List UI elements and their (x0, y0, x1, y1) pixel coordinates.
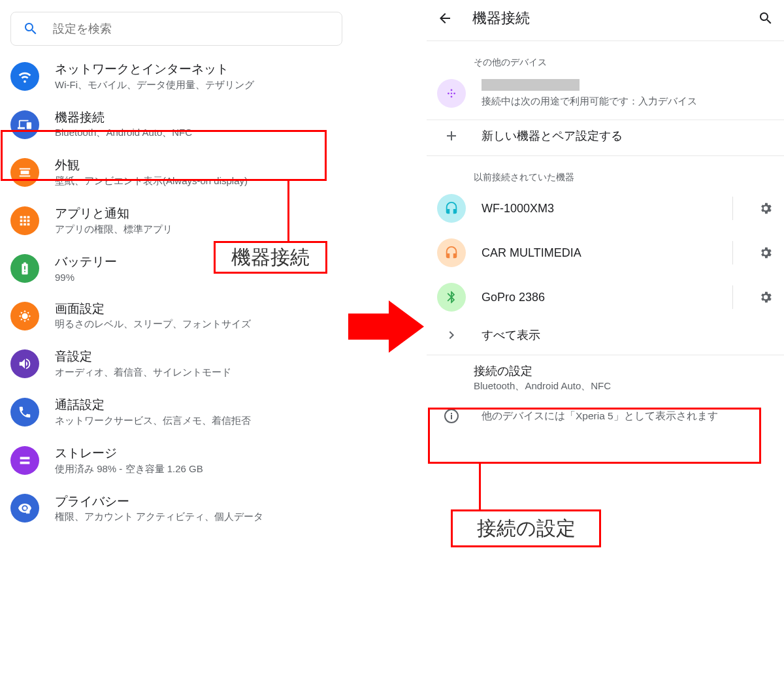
row-title: 音設定 (55, 349, 231, 365)
callout-line-2 (479, 464, 481, 513)
row-title: アプリと通知 (55, 206, 172, 222)
row-title: プライバシー (55, 494, 263, 510)
row-show-all[interactable]: すべて表示 (427, 319, 784, 351)
section-prev-devices: 以前接続されていた機器 (474, 172, 784, 184)
volume-icon (10, 349, 39, 378)
row-subtitle: ネットワークサービス、伝言メモ、着信拒否 (55, 415, 251, 427)
section-other-devices: その他のデバイス (474, 57, 784, 69)
callout-label-2: 接続の設定 (451, 509, 601, 547)
row-subtitle: 99% (55, 272, 117, 283)
conn-pref-subtitle: Bluetooth、Android Auto、NFC (474, 380, 774, 393)
storage-icon (10, 446, 39, 475)
bluetooth-icon (437, 283, 466, 312)
device-name-redacted (482, 79, 774, 94)
pair-new-label: 新しい機器とペア設定する (482, 128, 774, 144)
row-subtitle: 権限、アカウント アクティビティ、個人データ (55, 511, 263, 523)
apps-icon (10, 206, 39, 235)
search-placeholder: 設定を検索 (53, 21, 112, 37)
callout-label-1: 機器接続 (214, 241, 327, 274)
row-title: バッテリー (55, 254, 117, 270)
device-name: GoPro 2386 (482, 291, 714, 304)
plus-icon (437, 128, 466, 144)
separator (732, 285, 733, 309)
phone-icon (10, 398, 39, 427)
row-subtitle: アプリの権限、標準アプリ (55, 223, 172, 236)
arrow-right-icon (348, 300, 427, 353)
gamepad-icon (437, 79, 466, 108)
device-name: WF-1000XM3 (482, 202, 714, 216)
row-pair-new-device[interactable]: 新しい機器とペア設定する (427, 120, 784, 152)
show-all-label: すべて表示 (482, 327, 774, 343)
row-storage[interactable]: ストレージ 使用済み 98% - 空き容量 1.26 GB (0, 436, 353, 485)
svg-point-1 (451, 93, 452, 94)
row-title: 通話設定 (55, 397, 251, 413)
headset-icon (437, 238, 466, 267)
headset-icon (437, 194, 466, 223)
row-apps[interactable]: アプリと通知 アプリの権限、標準アプリ (0, 197, 353, 245)
row-title: 機器接続 (55, 110, 192, 126)
row-device-gopro[interactable]: GoPro 2386 (427, 275, 784, 319)
appbar: 機器接続 (427, 0, 784, 37)
back-icon[interactable] (437, 10, 453, 26)
separator (732, 241, 733, 265)
row-device-carmultimedia[interactable]: CAR MULTIMEDIA (427, 231, 784, 275)
callout-box-1 (1, 130, 327, 181)
row-title: ネットワークとインターネット (55, 61, 254, 78)
row-sound[interactable]: 音設定 オーディオ、着信音、サイレントモード (0, 340, 353, 388)
brightness-icon (10, 302, 39, 330)
row-subtitle: 使用済み 98% - 空き容量 1.26 GB (55, 463, 203, 475)
row-subtitle: Wi-Fi、モバイル、データ使用量、テザリング (55, 79, 254, 91)
device-settings-button[interactable] (758, 246, 774, 260)
divider (427, 155, 784, 156)
conn-pref-title: 接続の設定 (474, 363, 774, 379)
search-icon (23, 21, 39, 37)
row-subtitle: 明るさのレベル、スリープ、フォントサイズ (55, 318, 251, 330)
device-settings-button[interactable] (758, 290, 774, 304)
row-connection-preferences[interactable]: 接続の設定 Bluetooth、Android Auto、NFC (427, 355, 784, 400)
appbar-title: 機器接続 (472, 8, 738, 28)
search-settings[interactable]: 設定を検索 (10, 12, 342, 46)
device-subtitle: 接続中は次の用途で利用可能です：入力デバイス (482, 95, 774, 108)
row-title: ストレージ (55, 445, 203, 462)
privacy-icon (10, 494, 39, 523)
wifi-icon (10, 62, 39, 91)
row-title: 画面設定 (55, 301, 251, 317)
device-name: CAR MULTIMEDIA (482, 246, 714, 260)
row-display[interactable]: 画面設定 明るさのレベル、スリープ、フォントサイズ (0, 292, 353, 340)
callout-line-1 (287, 181, 289, 244)
callout-box-2 (428, 408, 761, 464)
connected-devices-pane: 機器接続 その他のデバイス 接続中は次の用途で利用可能です：入力デバイス 新しい… (427, 0, 784, 432)
divider (427, 40, 784, 41)
battery-icon (10, 254, 39, 283)
row-call[interactable]: 通話設定 ネットワークサービス、伝言メモ、着信拒否 (0, 388, 353, 436)
row-network[interactable]: ネットワークとインターネット Wi-Fi、モバイル、データ使用量、テザリング (0, 52, 353, 101)
search-icon[interactable] (758, 10, 774, 26)
row-subtitle: オーディオ、着信音、サイレントモード (55, 366, 231, 379)
device-settings-button[interactable] (758, 201, 774, 216)
chevron-right-icon (437, 327, 466, 343)
row-privacy[interactable]: プライバシー 権限、アカウント アクティビティ、個人データ (0, 485, 353, 533)
row-controller-device[interactable]: 接続中は次の用途で利用可能です：入力デバイス (427, 71, 784, 116)
row-device-wf1000xm3[interactable]: WF-1000XM3 (427, 186, 784, 231)
separator (732, 197, 733, 220)
